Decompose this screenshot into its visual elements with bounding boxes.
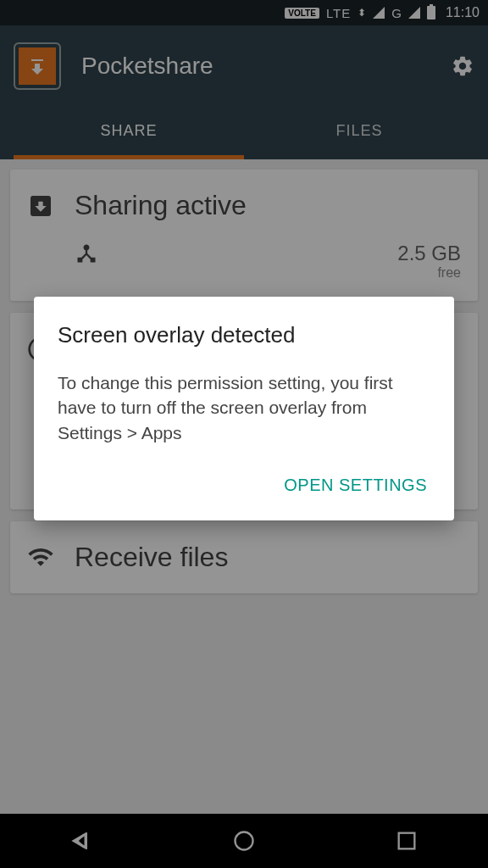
open-settings-button[interactable]: OPEN SETTINGS xyxy=(280,469,430,502)
dialog-body: To change this permission setting, you f… xyxy=(58,370,430,445)
dialog-title: Screen overlay detected xyxy=(58,322,430,348)
overlay-dialog: Screen overlay detected To change this p… xyxy=(34,297,454,520)
